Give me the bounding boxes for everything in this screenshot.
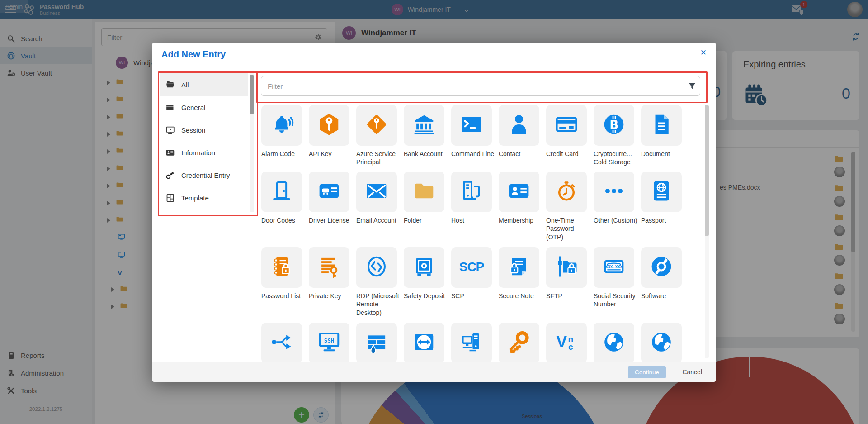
- entry-tile-rdp-microsoft-remote-desktop: RDP (Microsoft Remote Desktop): [356, 247, 404, 317]
- entry-tile-label: Contact: [499, 150, 545, 158]
- entry-tile-label: RDP (Microsoft Remote Desktop): [356, 292, 402, 317]
- entry-tile-sitemap: [261, 323, 309, 363]
- entry-tile-label: Password List: [261, 292, 307, 300]
- entry-tile-button[interactable]: [404, 105, 444, 146]
- secure-note-icon: [507, 254, 531, 281]
- entry-tile-button[interactable]: [499, 247, 539, 288]
- entry-tile-button[interactable]: [309, 105, 349, 146]
- grid-scrollbar[interactable]: [705, 105, 709, 358]
- entry-tile-button[interactable]: [356, 323, 397, 363]
- sitemap-icon: [269, 330, 294, 356]
- svg-text:B: B: [609, 118, 618, 132]
- entry-tile-button[interactable]: SSH: [309, 323, 349, 363]
- entry-tile-button[interactable]: B: [594, 105, 634, 146]
- entry-tile-label: Bank Account: [404, 150, 450, 158]
- entry-type-grid: Alarm CodeAPI KeyAzure Service Principal…: [261, 105, 704, 362]
- entry-tile-driver-license: Driver License: [309, 172, 356, 224]
- entry-tile-button[interactable]: [641, 323, 682, 363]
- category-scrollbar[interactable]: [250, 73, 254, 212]
- app-root: Password Hub Business WI Windjammer IT 1…: [0, 0, 868, 424]
- entry-tile-button[interactable]: [356, 247, 397, 288]
- entry-tile-button[interactable]: [356, 105, 397, 146]
- folder-tan-icon: [412, 179, 436, 205]
- entry-filter-input[interactable]: [261, 76, 700, 96]
- entry-tile-label: Document: [641, 150, 687, 158]
- entry-tile-button[interactable]: [451, 323, 492, 363]
- entry-tile-button[interactable]: [499, 105, 539, 146]
- entry-tile-label: Driver License: [309, 216, 355, 224]
- entry-tile-bank-account: Bank Account: [404, 105, 451, 158]
- entry-tile-label: Safety Deposit: [404, 292, 450, 300]
- workstation-icon: [459, 330, 484, 356]
- entry-tile-folder: Folder: [404, 172, 451, 224]
- category-template[interactable]: Template: [160, 186, 248, 209]
- entry-tile-button[interactable]: Vnc: [546, 323, 587, 363]
- disc-icon: [649, 254, 674, 281]
- entry-tile-button[interactable]: [404, 323, 444, 363]
- entry-tile-membership: Membership: [499, 172, 546, 224]
- entry-tile-button[interactable]: [499, 172, 539, 212]
- category-session[interactable]: Session: [160, 119, 248, 141]
- firewall-icon: [364, 330, 389, 356]
- ssh-monitor-icon: SSH: [317, 330, 341, 356]
- entry-tile-scp: SCPSCP: [451, 247, 499, 300]
- entry-tile-globe: [641, 323, 689, 363]
- continue-button[interactable]: Continue: [628, 366, 666, 378]
- entry-tile-button[interactable]: [641, 105, 682, 146]
- entry-tile-button[interactable]: SCP: [451, 247, 492, 288]
- entry-tile-button[interactable]: [309, 172, 349, 212]
- entry-tile-passport: Passport: [641, 172, 689, 224]
- category-credential-entry[interactable]: Credential Entry: [160, 164, 248, 186]
- entry-tile-button[interactable]: [261, 247, 302, 288]
- sftp-icon: [554, 254, 579, 281]
- driver-license-icon: [317, 179, 341, 205]
- entry-tile-button[interactable]: [261, 323, 302, 363]
- entry-tile-button[interactable]: [356, 172, 397, 212]
- entry-tile-button[interactable]: [546, 172, 587, 212]
- entry-tile-button[interactable]: [404, 247, 444, 288]
- entry-tile-social-security-number: XXX-XXXSocial Security Number: [594, 247, 641, 309]
- entry-tile-button[interactable]: [546, 247, 587, 288]
- entry-tile-label: Command Line: [451, 150, 497, 158]
- category-general[interactable]: General: [160, 96, 248, 119]
- entry-tile-button[interactable]: [451, 105, 492, 146]
- entry-tile-button[interactable]: [404, 172, 444, 212]
- category-information[interactable]: Information: [160, 141, 248, 164]
- host-icon: [459, 179, 484, 205]
- entry-tile-label: Other (Custom): [594, 216, 640, 224]
- entry-tile-orange-key: [499, 323, 546, 363]
- category-all[interactable]: All: [160, 73, 248, 96]
- entry-tile-button[interactable]: [261, 172, 302, 212]
- entry-tile-button[interactable]: [594, 172, 634, 212]
- entry-tile-label: API Key: [309, 150, 355, 158]
- entry-tile-button[interactable]: [499, 323, 539, 363]
- entry-tile-label: Software: [641, 292, 687, 300]
- cancel-button[interactable]: Cancel: [682, 368, 702, 376]
- private-key-icon: [317, 254, 341, 281]
- entry-tile-button[interactable]: [594, 323, 634, 363]
- entry-tile-label: Passport: [641, 216, 687, 224]
- entry-tile-button[interactable]: XXX-XXX: [594, 247, 634, 288]
- entry-tile-alarm-code: Alarm Code: [261, 105, 309, 158]
- svg-text:SCP: SCP: [459, 260, 484, 274]
- template-icon: [165, 193, 175, 203]
- entry-tile-label: Door Codes: [261, 216, 307, 224]
- close-icon[interactable]: ✕: [700, 48, 707, 57]
- passport-icon: [649, 179, 674, 205]
- key-dark-icon: [165, 171, 175, 180]
- membership-icon: [507, 179, 531, 205]
- entry-tile-button[interactable]: [641, 247, 682, 288]
- ellipsis-icon: [602, 179, 626, 205]
- entry-tile-door-codes: Door Codes: [261, 172, 309, 224]
- document-icon: [649, 112, 674, 138]
- entry-tile-button[interactable]: [309, 247, 349, 288]
- entry-tile-button[interactable]: [546, 105, 587, 146]
- person-icon: [507, 112, 531, 138]
- entry-tile-button[interactable]: [451, 172, 492, 212]
- entry-tile-button[interactable]: [641, 172, 682, 212]
- filter-funnel-icon[interactable]: [688, 81, 697, 92]
- entry-tile-button[interactable]: [261, 105, 302, 146]
- vnc-text-icon: Vnc: [554, 330, 579, 356]
- entry-tile-label: Social Security Number: [594, 292, 640, 309]
- svg-text:c: c: [568, 342, 573, 352]
